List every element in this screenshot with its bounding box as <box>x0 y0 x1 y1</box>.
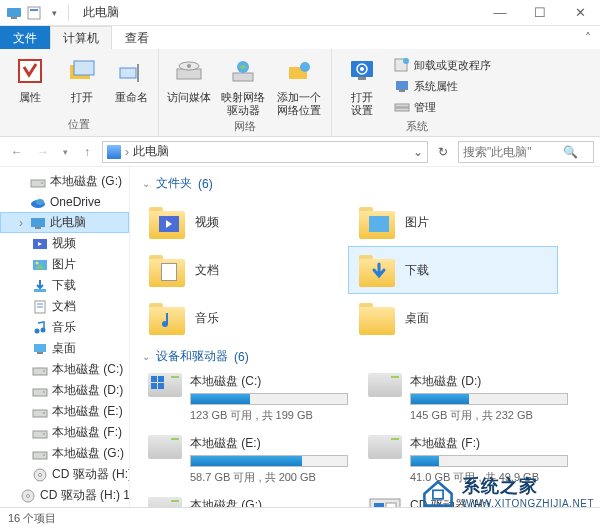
search-input[interactable] <box>463 145 559 159</box>
folder-item[interactable]: 下载 <box>348 246 558 294</box>
document-icon <box>32 299 48 315</box>
ribbon-group-network-label: 网络 <box>165 117 325 136</box>
folder-item[interactable]: 文档 <box>138 246 348 294</box>
qat-dropdown-icon[interactable]: ▾ <box>46 5 62 21</box>
uninstall-programs-button[interactable]: 卸载或更改程序 <box>390 55 495 75</box>
tab-view[interactable]: 查看 <box>112 26 162 49</box>
drive-item[interactable]: 本地磁盘 (G:)308 GB 可用 , 共 481 GB <box>138 493 358 507</box>
nav-item[interactable]: 文档 <box>0 296 129 317</box>
svg-point-42 <box>41 327 46 332</box>
manage-button[interactable]: 管理 <box>390 97 495 117</box>
breadcrumb-this-pc[interactable]: 此电脑 <box>133 143 169 160</box>
nav-item[interactable]: 本地磁盘 (C:) <box>0 359 129 380</box>
tab-computer[interactable]: 计算机 <box>50 26 112 49</box>
nav-item[interactable]: 桌面 <box>0 338 129 359</box>
map-network-drive-button[interactable]: 映射网络 驱动器 <box>217 51 269 117</box>
svg-point-41 <box>35 328 40 333</box>
drive-usage-bar <box>190 455 348 467</box>
recent-locations-button[interactable]: ▾ <box>58 141 72 163</box>
svg-point-27 <box>41 182 43 184</box>
status-bar: 16 个项目 <box>0 507 600 529</box>
chevron-down-icon[interactable]: ⌄ <box>142 178 150 189</box>
nav-item-label: 图片 <box>52 256 76 273</box>
maximize-button[interactable]: ☐ <box>520 0 560 26</box>
nav-item[interactable]: 本地磁盘 (G:) <box>0 443 129 464</box>
back-button[interactable]: ← <box>6 141 28 163</box>
folder-item[interactable]: 桌面 <box>348 294 558 342</box>
drive-item[interactable]: CD 驱动器 (H:) 15.0.4420.10170 字节 可用 , 共 87… <box>358 493 578 507</box>
drive-icon <box>148 373 182 401</box>
nav-item[interactable]: OneDrive <box>0 192 129 212</box>
nav-item[interactable]: 下载 <box>0 275 129 296</box>
nav-item-label: 本地磁盘 (F:) <box>52 424 122 441</box>
open-settings-button[interactable]: 打开 设置 <box>338 51 386 117</box>
rename-button[interactable]: 重命名 <box>110 51 152 104</box>
svg-rect-53 <box>33 452 47 459</box>
ribbon-group-system-label: 系统 <box>338 117 495 136</box>
content-pane[interactable]: ⌄ 文件夹 (6) 视频图片文档下载音乐桌面 ⌄ 设备和驱动器 (6) 本地磁盘… <box>130 167 600 507</box>
nav-item[interactable]: 本地磁盘 (E:) <box>0 401 129 422</box>
nav-item-label: 下载 <box>52 277 76 294</box>
drive-item[interactable]: 本地磁盘 (C:)123 GB 可用 , 共 199 GB <box>138 369 358 431</box>
nav-item[interactable]: 本地磁盘 (F:) <box>0 422 129 443</box>
open-button[interactable]: 打开 <box>58 51 106 104</box>
drive-item[interactable]: 本地磁盘 (E:)58.7 GB 可用 , 共 200 GB <box>138 431 358 493</box>
nav-item[interactable]: 音乐 <box>0 317 129 338</box>
nav-item[interactable]: 本地磁盘 (D:) <box>0 380 129 401</box>
svg-rect-43 <box>34 344 46 352</box>
up-button[interactable]: ↑ <box>76 141 98 163</box>
navigation-pane[interactable]: 本地磁盘 (G:)OneDrive›此电脑视频图片下载文档音乐桌面本地磁盘 (C… <box>0 167 130 507</box>
search-box[interactable]: 🔍 <box>458 141 594 163</box>
folder-item[interactable]: 音乐 <box>138 294 348 342</box>
access-media-button[interactable]: 访问媒体 <box>165 51 213 104</box>
address-dropdown-icon[interactable]: ⌄ <box>413 145 423 159</box>
forward-button[interactable]: → <box>32 141 54 163</box>
nav-item[interactable]: 图片 <box>0 254 129 275</box>
chevron-down-icon[interactable]: ⌄ <box>142 351 150 362</box>
pc-icon <box>107 145 121 159</box>
tab-file[interactable]: 文件 <box>0 26 50 49</box>
group-header-folders[interactable]: ⌄ 文件夹 (6) <box>130 171 600 196</box>
svg-point-46 <box>43 370 45 372</box>
group-header-drives[interactable]: ⌄ 设备和驱动器 (6) <box>130 344 600 369</box>
chevron-right-icon[interactable]: › <box>125 145 129 159</box>
qat-properties-icon[interactable] <box>26 5 42 21</box>
drive-item[interactable]: 本地磁盘 (F:)41.0 GB 可用 , 共 49.9 GB <box>358 431 578 493</box>
search-icon[interactable]: 🔍 <box>563 145 578 159</box>
svg-rect-23 <box>399 90 405 92</box>
folder-item[interactable]: 图片 <box>348 198 558 246</box>
drive-item[interactable]: 本地磁盘 (D:)145 GB 可用 , 共 232 GB <box>358 369 578 431</box>
folder-name: 图片 <box>405 214 429 231</box>
svg-rect-0 <box>7 8 21 17</box>
nav-item[interactable]: CD 驱动器 (H:) 1! <box>0 485 129 506</box>
minimize-button[interactable]: — <box>480 0 520 26</box>
svg-rect-25 <box>395 108 409 111</box>
system-properties-button[interactable]: 系统属性 <box>390 76 495 96</box>
svg-rect-6 <box>74 61 94 75</box>
close-button[interactable]: ✕ <box>560 0 600 26</box>
folder-item[interactable]: 视频 <box>138 198 348 246</box>
nav-item-label: 本地磁盘 (E:) <box>52 403 123 420</box>
ribbon: 属性 打开 重命名 位置 访问媒体 映射网络 驱动器 <box>0 49 600 137</box>
drive-icon <box>368 435 402 463</box>
refresh-button[interactable]: ↻ <box>432 141 454 163</box>
nav-item[interactable]: 本地磁盘 (G:) <box>0 171 129 192</box>
drive-name: 本地磁盘 (F:) <box>410 435 568 452</box>
properties-button[interactable]: 属性 <box>6 51 54 104</box>
nav-item-label: CD 驱动器 (H:) 1! <box>40 487 130 504</box>
nav-item[interactable]: ›此电脑 <box>0 212 129 233</box>
svg-rect-64 <box>158 376 164 382</box>
nav-item-label: 本地磁盘 (G:) <box>52 445 124 462</box>
nav-item[interactable]: CD 驱动器 (H:) <box>0 464 129 485</box>
collapse-ribbon-button[interactable]: ˄ <box>576 26 600 49</box>
svg-point-56 <box>39 473 42 476</box>
svg-rect-63 <box>151 376 157 382</box>
nav-item[interactable]: 视频 <box>0 233 129 254</box>
drive-free-text: 145 GB 可用 , 共 232 GB <box>410 408 568 423</box>
cd-icon <box>32 467 48 483</box>
disk-icon <box>32 425 48 441</box>
add-network-location-button[interactable]: 添加一个 网络位置 <box>273 51 325 117</box>
svg-point-62 <box>162 321 168 327</box>
desktop-icon <box>32 341 48 357</box>
address-bar[interactable]: › 此电脑 ⌄ <box>102 141 428 163</box>
